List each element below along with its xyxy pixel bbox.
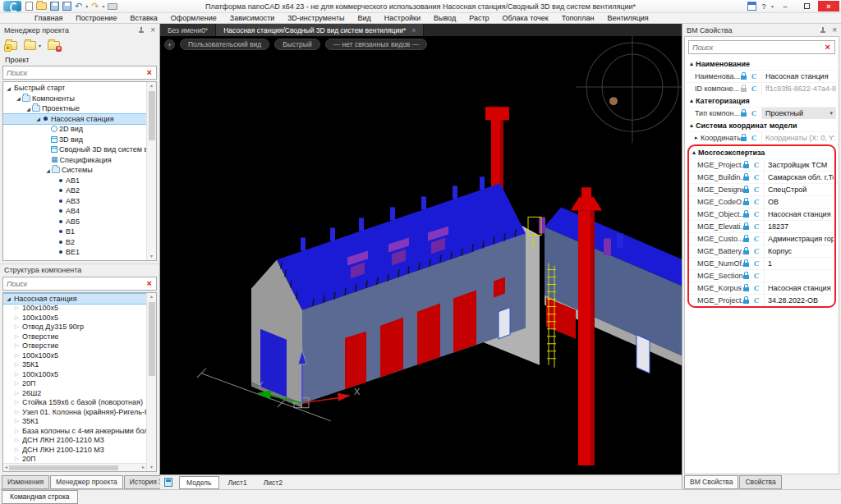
project-search-input[interactable]: [3, 69, 143, 77]
open-project-dropdown-icon[interactable]: ▾: [39, 43, 41, 48]
expander-icon[interactable]: ▷: [13, 456, 21, 462]
property-value[interactable]: Корпус: [764, 245, 834, 257]
tree-item[interactable]: ◢Компоненты: [3, 94, 146, 104]
menu-3d-instrumenty[interactable]: 3D-инструменты: [281, 14, 351, 22]
menu-nastroyki[interactable]: Настройки: [378, 14, 427, 22]
structure-item[interactable]: ▷ДСН ЛКН 2100-1210 М3: [3, 436, 146, 446]
property-row[interactable]: MGE_Object...CНасосная станция: [690, 208, 834, 220]
structure-horizontal-scrollbar[interactable]: ◂ ▸: [3, 463, 146, 471]
property-row[interactable]: MGE_Buildin...CСамарская обл. г.Тольятти…: [690, 171, 834, 183]
expander-icon[interactable]: ◢: [34, 116, 42, 121]
model-viewport[interactable]: Z Y X + Пользовательский вид Быстрый — н…: [160, 36, 682, 474]
tree-item[interactable]: Сводный 3D вид систем вентиляции: [3, 144, 146, 155]
tree-item[interactable]: ▦Спецификация: [3, 155, 146, 166]
property-value[interactable]: Самарская обл. г.Тольятти Автоз: [764, 172, 834, 183]
structure-item[interactable]: ▷20П: [3, 379, 146, 389]
menu-rastr[interactable]: Растр: [462, 14, 495, 22]
structure-item[interactable]: ▷100х100х5: [3, 304, 146, 314]
expander-icon[interactable]: ▷: [13, 314, 21, 321]
tree-item[interactable]: ВЕ2: [3, 258, 146, 261]
structure-item[interactable]: ▷35К1: [3, 360, 146, 370]
print-icon[interactable]: [108, 3, 117, 10]
tree-item[interactable]: ◢Проектные: [3, 103, 146, 114]
property-value[interactable]: Администрация города Тольятти: [764, 233, 834, 245]
tree-item[interactable]: 2D вид: [3, 124, 146, 135]
linked-views-button[interactable]: — нет связанных видов —: [325, 39, 428, 50]
help-button[interactable]: ?: [758, 1, 770, 11]
property-row[interactable]: MGE_NumOf...C1: [690, 257, 834, 269]
scrollbar-thumb[interactable]: [149, 91, 155, 140]
tree-item[interactable]: АВ3: [3, 196, 146, 207]
expander-icon[interactable]: ▷: [13, 447, 21, 453]
expander-icon[interactable]: ▷: [13, 323, 21, 330]
open-file-icon[interactable]: [36, 2, 47, 10]
tree-item[interactable]: АВ1: [3, 176, 146, 186]
maximize-button[interactable]: [797, 1, 816, 11]
structure-item[interactable]: ▷Отверстие: [3, 332, 146, 341]
property-row[interactable]: Тип компон...CПроектный▾: [687, 107, 836, 119]
property-row[interactable]: MGE_DesignerCСпецСтрой: [690, 183, 834, 195]
tab-svoystva[interactable]: Свойства: [739, 475, 781, 489]
property-row[interactable]: MGE_CodeO...CОВ: [690, 195, 834, 208]
navigation-dot[interactable]: [609, 97, 618, 105]
scrollbar-thumb[interactable]: [149, 302, 155, 376]
property-row[interactable]: ID компоне...Cff1c93f6-8622-47a4-8ce1-6d…: [687, 82, 836, 94]
property-row[interactable]: Наименова...CНасосная станция: [687, 70, 836, 82]
menu-glavnaya[interactable]: Главная: [28, 14, 69, 22]
nanocad-logo[interactable]: [3, 1, 21, 11]
tab-izmeneniya[interactable]: Изменения: [2, 475, 49, 489]
structure-search-input[interactable]: [3, 280, 143, 288]
pin-icon[interactable]: [138, 27, 145, 34]
sheets-icon[interactable]: [164, 478, 172, 487]
structure-item[interactable]: ▷26Ш2: [3, 388, 146, 398]
property-value[interactable]: Насосная станция: [764, 208, 834, 220]
property-value[interactable]: [764, 270, 834, 282]
menu-topoplan[interactable]: Топоплан: [555, 14, 601, 22]
annex-building[interactable]: [545, 207, 682, 410]
3d-model-view[interactable]: Z Y X: [160, 36, 682, 474]
property-value[interactable]: Застройщик ТСМ: [764, 159, 834, 171]
doc-tab-active[interactable]: Насосная станция/Сводный 3D вид систем в…: [216, 24, 424, 36]
scroll-up-icon[interactable]: ▴: [150, 82, 153, 89]
scroll-down-icon[interactable]: ▾: [150, 253, 153, 260]
structure-item[interactable]: ▷Отверстие: [3, 341, 146, 351]
doc-tab-untitled[interactable]: Без имени0*: [160, 24, 216, 36]
scroll-right-icon[interactable]: ▸: [142, 464, 145, 471]
expander-icon[interactable]: ◢: [5, 85, 12, 91]
structure-item[interactable]: ▷100х100х5: [3, 351, 146, 360]
structure-item[interactable]: ▷35К1: [3, 417, 146, 427]
menu-vyvod[interactable]: Вывод: [427, 14, 462, 22]
expander-icon[interactable]: ▷: [13, 399, 21, 405]
expander-icon[interactable]: ▷: [13, 380, 21, 387]
structure-item[interactable]: ▷100х100х5: [3, 369, 146, 379]
tab-list1[interactable]: Лист1: [221, 476, 255, 489]
property-row[interactable]: MGE_KorpusCНасосная станция: [690, 282, 834, 294]
property-value[interactable]: 1: [764, 258, 834, 269]
undo-icon[interactable]: ↶: [75, 2, 82, 11]
expander-icon[interactable]: ▷: [13, 305, 21, 311]
property-value[interactable]: СпецСтрой: [764, 184, 834, 195]
structure-item[interactable]: ▷Отвод Ду315 90гр: [3, 323, 146, 332]
property-row[interactable]: MGE_Elevati...C18237: [690, 220, 834, 232]
property-row[interactable]: MGE_Custo...CАдминистрация города Тольят…: [690, 232, 834, 245]
expander-icon[interactable]: ▷: [13, 437, 21, 443]
tree-item[interactable]: 3D вид: [3, 135, 146, 145]
structure-item[interactable]: ▷100х100х5: [3, 313, 146, 323]
save-icon[interactable]: [50, 2, 59, 11]
command-line-tab[interactable]: Командная строка: [2, 490, 78, 504]
property-value[interactable]: 18237: [764, 221, 834, 232]
tree-item[interactable]: В1: [3, 227, 146, 237]
scroll-down-icon[interactable]: ▾: [150, 464, 153, 471]
group-sistema-koordinat[interactable]: ▴Система координат модели: [687, 119, 836, 131]
property-row[interactable]: ▸Координаты...CКоординаты (X: 0, Y: 0, Z…: [687, 131, 836, 144]
tab-bim-svoystva[interactable]: ВМ Свойства: [684, 475, 738, 489]
tree-item[interactable]: АВ2: [3, 186, 146, 196]
save-all-icon[interactable]: [62, 2, 71, 11]
undo-dropdown-icon[interactable]: ▾: [85, 3, 88, 9]
view-navigation-widget[interactable]: [576, 36, 682, 143]
clear-search-icon[interactable]: ×: [821, 41, 834, 53]
pump-station-building[interactable]: [251, 176, 526, 408]
structure-item[interactable]: ▷ДСН ЛКН 2100-1210 М3: [3, 445, 146, 455]
add-view-button[interactable]: +: [164, 39, 175, 50]
expander-icon[interactable]: ▷: [13, 371, 21, 378]
